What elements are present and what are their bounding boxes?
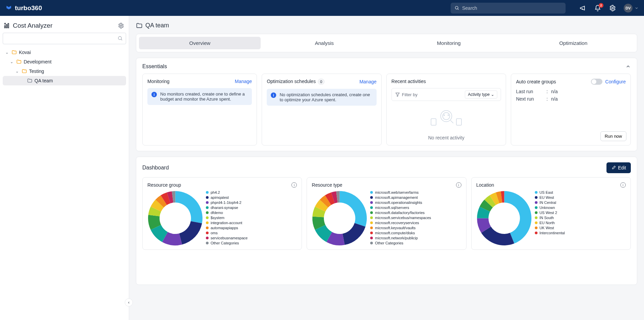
svg-point-0 — [455, 6, 458, 9]
search-input[interactable] — [462, 5, 562, 11]
notifications-icon[interactable]: 2 — [594, 4, 601, 12]
legend-item[interactable]: Intercontinental — [535, 231, 626, 235]
legend-item[interactable]: dfdemo — [206, 211, 297, 215]
legend-item[interactable]: IN Central — [535, 201, 626, 205]
sidebar-title-text: Cost Analyzer — [13, 22, 52, 29]
legend-item[interactable]: microsoft.operationalinsights — [370, 201, 461, 205]
last-run-row: Last run : n/a — [516, 89, 626, 94]
chart-info-icon[interactable]: i — [456, 182, 461, 188]
tab-label: Analysis — [315, 40, 334, 46]
legend-item[interactable]: EU North — [535, 221, 626, 225]
legend-item[interactable]: IN South — [535, 216, 626, 220]
info-text: No monitors created, create one to defin… — [160, 91, 248, 102]
card-title: Optimization schedules0 — [267, 79, 325, 85]
svg-line-9 — [121, 39, 122, 40]
tree-item-qa-team[interactable]: QA team — [3, 76, 126, 85]
legend-item[interactable]: microsoft.sql/servers — [370, 206, 461, 210]
info-icon: i — [271, 92, 276, 98]
tree-label: QA team — [34, 78, 53, 83]
kv-key: Last run — [516, 89, 543, 94]
essentials-panel: Essentials Monitoring Manage i No monito… — [136, 58, 637, 151]
configure-link[interactable]: Configure — [605, 79, 626, 84]
legend-item[interactable]: phprd4-1-1toph4-2 — [206, 201, 297, 205]
legend-item[interactable]: EU West — [535, 195, 626, 199]
user-menu[interactable]: DV — [624, 4, 639, 12]
card-monitoring: Monitoring Manage i No monitors created,… — [142, 74, 257, 145]
sidebar-settings-icon[interactable] — [118, 23, 124, 29]
chart-title: Resource type — [312, 182, 342, 188]
tab-optimization[interactable]: Optimization — [512, 37, 634, 49]
donut-resource-type — [312, 190, 367, 246]
settings-icon[interactable] — [609, 4, 616, 12]
svg-rect-17 — [456, 119, 461, 126]
legend-item[interactable]: microsoft.keyvault/vaults — [370, 226, 461, 230]
legend-item[interactable]: integration-account — [206, 221, 297, 225]
legend-item[interactable]: microsoft.network/publicip — [370, 236, 461, 240]
filter-by-input[interactable]: Filter by — [395, 92, 462, 97]
search-icon — [118, 36, 123, 41]
legend-item[interactable]: microsoft.servicebus/namespaces — [370, 216, 461, 220]
run-now-button[interactable]: Run now — [600, 131, 626, 141]
sidebar: Cost Analyzer ⌄ Kovai ⌄ — [0, 16, 129, 320]
optimization-info: i No optimization schedules created, cre… — [267, 89, 377, 106]
tab-label: Monitoring — [437, 40, 461, 46]
tree-search-input[interactable] — [6, 36, 118, 41]
svg-point-11 — [441, 111, 452, 122]
svg-point-14 — [444, 115, 445, 115]
tab-analysis[interactable]: Analysis — [263, 37, 385, 49]
chevron-down-icon: ⌄ — [5, 50, 9, 55]
tree-item-development[interactable]: ⌄ Development — [3, 57, 126, 66]
chevron-down-icon — [635, 6, 639, 10]
legend-item[interactable]: microsoft.web/serverfarms — [370, 190, 461, 194]
legend-item[interactable]: microsoft.datafactory/factories — [370, 211, 461, 215]
legend-item[interactable]: ph4.2 — [206, 190, 297, 194]
legend-item[interactable]: microsoft.apimanagement — [370, 195, 461, 199]
manage-optimization-link[interactable]: Manage — [359, 79, 377, 84]
legend-item[interactable]: Other Categories — [206, 241, 297, 245]
activity-type-select[interactable]: Activity type ⌄ — [465, 90, 497, 99]
folder-icon — [16, 59, 22, 64]
legend-item[interactable]: automapapiapps — [206, 226, 297, 230]
kv-key: Next run — [516, 96, 543, 102]
global-search[interactable] — [451, 3, 566, 14]
nav-tree: ⌄ Kovai ⌄ Development ⌄ Testing — [3, 48, 126, 85]
legend-item[interactable]: US West 2 — [535, 211, 626, 215]
tree-label: Testing — [29, 69, 44, 74]
legend-item[interactable]: oms — [206, 231, 297, 235]
legend-item[interactable]: apimqatest — [206, 195, 297, 199]
edit-dashboard-button[interactable]: Edit — [606, 162, 631, 173]
legend-item[interactable]: microsoft.compute/disks — [370, 231, 461, 235]
next-run-row: Next run : n/a — [516, 96, 626, 102]
tree-search[interactable] — [3, 33, 126, 44]
legend-item[interactable]: $system — [206, 216, 297, 220]
tab-monitoring[interactable]: Monitoring — [388, 37, 510, 49]
chart-resource-group: Resource group i ph4.2apimqatestphprd4-1… — [142, 177, 302, 250]
brand-logo[interactable]: turbo360 — [5, 4, 451, 12]
svg-point-2 — [612, 7, 614, 9]
tab-overview[interactable]: Overview — [139, 37, 261, 49]
legend-item[interactable]: microsoft.recoveryservices — [370, 221, 461, 225]
manage-monitoring-link[interactable]: Manage — [235, 79, 252, 84]
sidebar-title: Cost Analyzer — [3, 22, 52, 29]
legend-item[interactable]: Other Categories — [370, 241, 461, 245]
tree-item-testing[interactable]: ⌄ Testing — [3, 66, 126, 76]
avatar-initials: DV — [625, 6, 630, 10]
legend-item[interactable]: UK West — [535, 226, 626, 230]
announcements-icon[interactable] — [579, 4, 587, 12]
collapse-essentials-icon[interactable] — [625, 64, 631, 69]
legend-item[interactable]: US East — [535, 190, 626, 194]
auto-groups-toggle[interactable] — [591, 79, 602, 85]
legend-item[interactable]: servicebusnamespace — [206, 236, 297, 240]
collapse-sidebar-button[interactable]: ‹ — [125, 298, 133, 306]
legend-item[interactable]: dharani-synapse — [206, 206, 297, 210]
chart-info-icon[interactable]: i — [291, 182, 297, 188]
avatar: DV — [624, 4, 633, 12]
donut-resource-group — [147, 190, 203, 246]
legend-item[interactable]: Unknown — [535, 206, 626, 210]
card-activities: Recent activities Filter by Activity typ… — [386, 74, 506, 145]
topbar-actions: 2 DV — [579, 4, 639, 12]
tree-item-kovai[interactable]: ⌄ Kovai — [3, 48, 126, 57]
chart-info-icon[interactable]: i — [620, 182, 626, 188]
dashboard-title: Dashboard — [142, 165, 169, 171]
chart-location: Location i US EastEU WestIN CentralUnkno… — [471, 177, 631, 250]
